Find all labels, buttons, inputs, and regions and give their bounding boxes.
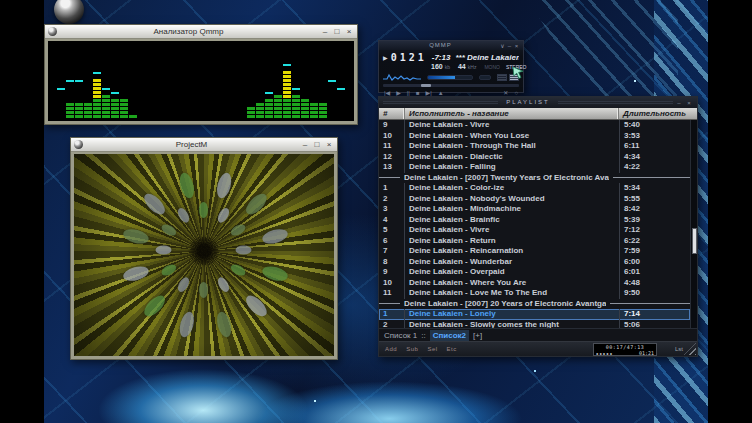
seek-bar[interactable]	[383, 84, 519, 87]
samplerate-value: 44	[458, 63, 466, 70]
track-title-marquee[interactable]: *** Deine Lakaien	[455, 53, 519, 62]
spectrum-bar	[274, 60, 282, 118]
add-button[interactable]: Add	[385, 346, 397, 352]
projectm-window: ProjectM – □ ×	[70, 137, 338, 360]
playlist-track-row[interactable]: 4Deine Lakaien - Brainfic5:39	[379, 215, 690, 226]
playlist-window: PLAYLIST – × # Исполнитель - название Дл…	[378, 96, 698, 357]
close-icon[interactable]: ×	[513, 42, 520, 50]
playlist-scrollbar[interactable]	[690, 120, 697, 328]
playlist-group-row[interactable]: Deine Lakaien - [2007] Twenty Years Of E…	[379, 173, 690, 184]
mouse-cursor	[512, 66, 525, 79]
playlist-track-row[interactable]: 11Deine Lakaien - Love Me To The End9:50	[379, 288, 690, 299]
add-tab-button[interactable]: [+]	[473, 331, 482, 340]
playlist-track-row[interactable]: 9Deine Lakaien - Overpaid6:01	[379, 267, 690, 278]
titlebar-groove	[383, 101, 498, 104]
bitrate-unit: kb	[445, 64, 450, 70]
spectrum-bar	[120, 60, 128, 118]
analyzer-titlebar[interactable]: Анализатор Qmmp – □ ×	[45, 25, 357, 39]
projectm-visualization[interactable]	[74, 154, 334, 356]
player-window: QMMP ∨ ‒ × ▶ 0121 -7:13 *** Deine Lakaie…	[378, 40, 524, 93]
column-artist-title[interactable]: Исполнитель - название	[405, 108, 619, 119]
tab-list1[interactable]: Список 1	[384, 331, 417, 340]
close-icon[interactable]: ×	[324, 139, 334, 151]
window-icon	[74, 140, 83, 149]
playlist-track-row[interactable]: 13Deine Lakaien - Falling4:22	[379, 162, 690, 173]
player-titlebar[interactable]: QMMP ∨ ‒ ×	[379, 41, 523, 50]
spectrum-bar	[265, 60, 273, 118]
playlist-titlebar[interactable]: PLAYLIST – ×	[379, 97, 697, 108]
playlist-track-row[interactable]: 5Deine Lakaien - Vivre7:12	[379, 225, 690, 236]
seek-handle[interactable]	[421, 84, 431, 87]
spectrum-bar	[66, 60, 74, 118]
remaining-time: -7:13	[432, 53, 451, 62]
samplerate-unit: kHz	[468, 64, 477, 70]
elapsed-time-display[interactable]: 0121	[391, 52, 427, 63]
spectrum-analyzer-view[interactable]	[48, 41, 354, 121]
spectrum-left-channel	[57, 60, 137, 118]
shade-icon[interactable]: –	[675, 100, 683, 106]
playlist-track-row[interactable]: 7Deine Lakaien - Reincarnation7:59	[379, 246, 690, 257]
analyzer-window: Анализатор Qmmp – □ ×	[44, 24, 358, 125]
etc-button[interactable]: Etc	[447, 346, 457, 352]
column-number[interactable]: #	[379, 108, 405, 119]
mini-transport-icons[interactable]: ▪▪▪▪▪	[596, 351, 613, 356]
spectrum-bar	[247, 60, 255, 118]
mini-scope-visualization[interactable]	[383, 72, 421, 82]
balance-slider[interactable]	[479, 75, 491, 80]
playlist-track-row[interactable]: 2Deine Lakaien - Nobody's Wounded5:55	[379, 194, 690, 205]
menu-icon[interactable]: ∨	[499, 42, 506, 50]
playlist-track-row[interactable]: 6Deine Lakaien - Return6:22	[379, 236, 690, 247]
tab-separator: ::	[421, 331, 425, 340]
playlist-track-row[interactable]: 8Deine Lakaien - Wunderbar6:00	[379, 257, 690, 268]
projectm-titlebar[interactable]: ProjectM – □ ×	[71, 138, 337, 152]
playlist-current-time: 01:21	[639, 351, 654, 356]
spectrum-bar	[310, 60, 318, 118]
maximize-icon[interactable]: □	[332, 26, 342, 38]
equalizer-toggle-icon[interactable]	[497, 74, 507, 81]
spectrum-bar	[57, 60, 65, 118]
maximize-icon[interactable]: □	[312, 139, 322, 151]
playlist-track-row[interactable]: 1Deine Lakaien - Color-ize5:34	[379, 183, 690, 194]
player-window-title: QMMP	[382, 41, 499, 50]
column-duration[interactable]: Длительность	[619, 108, 697, 119]
minimize-icon[interactable]: ‒	[506, 42, 513, 50]
spectrum-bar	[337, 60, 345, 118]
scrollbar-thumb[interactable]	[692, 228, 697, 254]
spectrum-bar	[283, 60, 291, 118]
list-menu-button[interactable]: Lst	[675, 346, 683, 352]
tab-list2-active[interactable]: Список2	[430, 330, 469, 341]
playlist-track-row[interactable]: 11Deine Lakaien - Through The Hall6:11	[379, 141, 690, 152]
playlist-track-row[interactable]: 10Deine Lakaien - Where You Are4:48	[379, 278, 690, 289]
volume-slider[interactable]	[427, 75, 473, 80]
spectrum-bar	[129, 60, 137, 118]
spectrum-bar	[75, 60, 83, 118]
spectrum-right-channel	[247, 60, 345, 118]
minimize-icon[interactable]: –	[320, 26, 330, 38]
playlist-column-headers[interactable]: # Исполнитель - название Длительность	[379, 108, 697, 120]
play-state-icon: ▶	[383, 54, 388, 61]
visualization-vignette	[74, 154, 334, 356]
playlist-track-row[interactable]: 12Deine Lakaien - Dialectic4:34	[379, 152, 690, 163]
resize-grip[interactable]	[684, 343, 696, 355]
spectrum-bar	[319, 60, 327, 118]
playlist-bottom-bar: AddSubSelEtc 00:17/47:13 ▪▪▪▪▪ 01:21 Lst	[379, 341, 697, 356]
playlist-track-row[interactable]: 3Deine Lakaien - Mindmachine8:42	[379, 204, 690, 215]
playlist-rows: 9Deine Lakaien - Vivre5:4010Deine Lakaie…	[379, 120, 690, 328]
playlist-track-row[interactable]: 2Deine Lakaien - Slowly comes the night5…	[379, 320, 690, 329]
close-icon[interactable]: ×	[685, 100, 693, 106]
sel-button[interactable]: Sel	[427, 346, 437, 352]
spectrum-bar	[111, 60, 119, 118]
spectrum-bar	[301, 60, 309, 118]
sub-button[interactable]: Sub	[406, 346, 418, 352]
minimize-icon[interactable]: –	[300, 139, 310, 151]
close-icon[interactable]: ×	[344, 26, 354, 38]
playlist-time-display: 00:17/47:13 ▪▪▪▪▪ 01:21	[593, 343, 657, 356]
playlist-track-row[interactable]: 1Deine Lakaien - Lonely7:14	[379, 309, 690, 320]
playlist-group-row[interactable]: Deine Lakaien - [2007] 20 Years of Elect…	[379, 299, 690, 310]
bitrate-value: 160	[431, 63, 443, 70]
playlist-buttons: AddSubSelEtc	[385, 346, 457, 352]
analyzer-window-title: Анализатор Qmmp	[59, 25, 318, 39]
playlist-window-title: PLAYLIST	[498, 97, 558, 108]
playlist-track-row[interactable]: 10Deine Lakaien - When You Lose3:53	[379, 131, 690, 142]
playlist-track-row[interactable]: 9Deine Lakaien - Vivre5:40	[379, 120, 690, 131]
